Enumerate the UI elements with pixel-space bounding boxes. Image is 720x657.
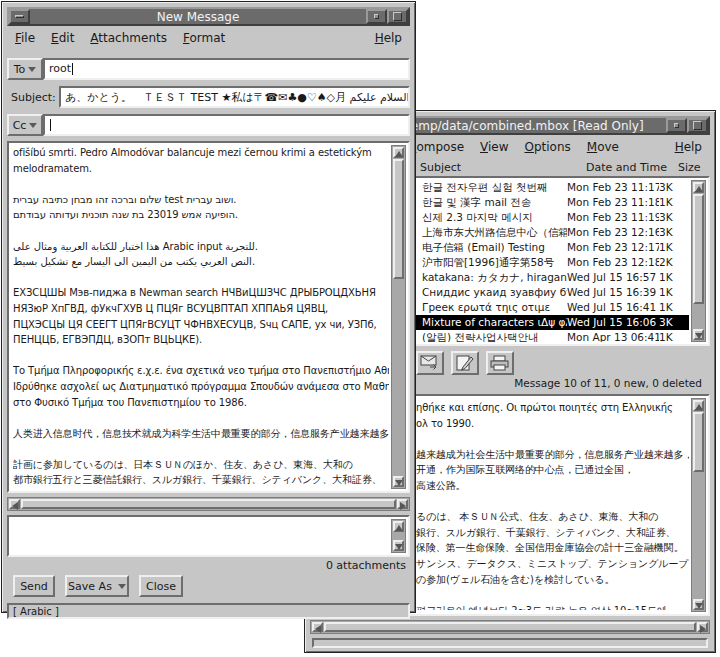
compose-window-title: New Message xyxy=(30,10,366,24)
close-button[interactable]: Close xyxy=(139,575,183,597)
cc-row: Cc xyxy=(7,113,410,137)
preview-horizontal-scrollbar[interactable] xyxy=(310,620,710,634)
next-message-button[interactable] xyxy=(416,351,444,375)
menu-edit[interactable]: Edit xyxy=(43,30,82,46)
subject-label: Subject: xyxy=(7,91,59,104)
maximize-icon xyxy=(693,121,702,130)
cc-input[interactable] xyxy=(43,114,410,136)
scroll-up-icon[interactable] xyxy=(393,521,404,532)
maximize-icon xyxy=(393,12,402,21)
message-size: 3K xyxy=(659,180,689,195)
scrollbar-thumb[interactable] xyxy=(393,159,404,279)
chevron-down-icon xyxy=(28,67,36,72)
cc-dropdown-button[interactable]: Cc xyxy=(7,114,43,136)
message-size: 1K xyxy=(659,330,689,342)
message-size: 1K xyxy=(659,285,689,300)
to-label: To xyxy=(14,63,26,76)
maximize-button[interactable] xyxy=(387,9,408,24)
body-horizontal-scrollbar[interactable] xyxy=(7,497,410,511)
scroll-left-icon[interactable] xyxy=(312,622,323,632)
message-date: Wed Jul 15 16:57 xyxy=(567,270,659,285)
message-list-scrollbar[interactable] xyxy=(691,180,706,342)
message-preview-text: ηθήκε και επίσης. Οι πρώτοι ποιητές στη … xyxy=(416,400,689,610)
scrollbar-thumb[interactable] xyxy=(21,499,396,509)
scroll-down-icon[interactable] xyxy=(693,329,704,340)
scroll-right-icon[interactable] xyxy=(397,499,408,509)
compose-window: New Message File Edit Attachments Format… xyxy=(1,1,416,613)
minimize-icon xyxy=(674,123,679,128)
subject-input[interactable]: あ、かとう。 ＴＥＳＴ TEST ★私は〒☎✉♣●♡♠◇月 السلام علي… xyxy=(59,86,410,108)
scrollbar-thumb[interactable] xyxy=(693,412,704,472)
message-size: 1K xyxy=(659,195,689,210)
mailbox-status-line: Message 10 of 11, 0 new, 0 deleted xyxy=(514,377,702,389)
menu-attachments[interactable]: Attachments xyxy=(82,30,175,46)
scrollbar-thumb[interactable] xyxy=(324,622,696,632)
preview-scrollbar[interactable] xyxy=(691,398,706,612)
column-header-size: Size xyxy=(678,161,708,174)
chevron-down-icon xyxy=(29,123,37,128)
scroll-left-icon[interactable] xyxy=(9,499,20,509)
message-date: Mon Feb 23 12:17 xyxy=(567,240,659,255)
chevron-down-icon xyxy=(118,584,126,589)
menu-help[interactable]: Help xyxy=(667,139,710,155)
next-message-icon xyxy=(420,355,440,371)
message-date: Wed Jul 15 16:39 xyxy=(567,285,659,300)
window-menu-button[interactable] xyxy=(9,9,30,24)
minimize-button[interactable] xyxy=(366,9,387,24)
compose-titlebar[interactable]: New Message xyxy=(7,7,410,26)
compose-message-button[interactable] xyxy=(451,351,479,375)
scroll-down-icon[interactable] xyxy=(693,599,704,610)
message-size: 3K xyxy=(659,315,689,330)
menu-move[interactable]: Move xyxy=(579,139,627,155)
message-date: Wed Jul 15 16:06 xyxy=(567,315,659,330)
message-date: Mon Feb 23 11:18 xyxy=(567,195,659,210)
save-as-label: Save As xyxy=(68,580,112,593)
mailbox-footer-strip xyxy=(312,638,708,648)
scroll-down-icon[interactable] xyxy=(393,540,404,551)
send-button[interactable]: Send xyxy=(13,575,55,597)
message-size: 1K xyxy=(659,270,689,285)
message-body-text: ofišíbú smrti. Pedro Almodóvar balancuje… xyxy=(13,145,389,489)
compose-button-row: Send Save As Close xyxy=(7,575,410,599)
input-method-status-bar: [ Arabic ] xyxy=(7,603,410,619)
to-input[interactable]: root xyxy=(43,58,410,80)
scroll-up-icon[interactable] xyxy=(693,182,704,193)
menu-view[interactable]: View xyxy=(472,139,516,155)
message-date: Mon Feb 23 12:18 xyxy=(567,255,659,270)
minimize-icon xyxy=(374,14,379,19)
attachments-scrollbar[interactable] xyxy=(391,519,406,553)
message-size: 1K xyxy=(659,300,689,315)
menu-help[interactable]: Help xyxy=(367,30,410,46)
attachments-status: 0 attachments xyxy=(326,559,406,572)
body-scrollbar[interactable] xyxy=(391,145,406,489)
text-caret xyxy=(72,63,73,75)
minimize-button[interactable] xyxy=(666,118,687,133)
message-date: Mon Feb 23 12:16 xyxy=(567,225,659,240)
message-body-editor[interactable]: ofišíbú smrti. Pedro Almodóvar balancuje… xyxy=(7,141,410,493)
scroll-up-icon[interactable] xyxy=(693,400,704,411)
menu-file[interactable]: File xyxy=(7,30,43,46)
save-as-button[interactable]: Save As xyxy=(65,575,129,597)
print-icon xyxy=(490,355,510,371)
cc-label: Cc xyxy=(13,119,27,132)
to-dropdown-button[interactable]: To xyxy=(7,58,43,80)
scroll-up-icon[interactable] xyxy=(393,147,404,158)
menu-format[interactable]: Format xyxy=(175,30,233,46)
message-date: Mon Feb 23 11:19 xyxy=(567,210,659,225)
compose-message-icon xyxy=(456,355,474,371)
attachments-pane[interactable] xyxy=(7,515,410,557)
menu-options[interactable]: Options xyxy=(517,139,579,155)
print-button[interactable] xyxy=(486,351,514,375)
compose-menubar: File Edit Attachments Format Help xyxy=(7,28,410,48)
scroll-down-icon[interactable] xyxy=(393,476,404,487)
scroll-right-icon[interactable] xyxy=(697,622,708,632)
message-size: 3K xyxy=(659,210,689,225)
scrollbar-thumb[interactable] xyxy=(693,194,704,304)
message-size: 2K xyxy=(659,255,689,270)
text-caret xyxy=(50,119,51,131)
message-size: 3K xyxy=(659,225,689,240)
maximize-button[interactable] xyxy=(687,118,708,133)
column-header-date: Date and Time xyxy=(586,161,678,174)
window-menu-icon xyxy=(15,15,24,18)
subject-value: あ、かとう。 ＴＥＳＴ TEST ★私は〒☎✉♣●♡♠◇月 السلام علي… xyxy=(65,91,410,104)
